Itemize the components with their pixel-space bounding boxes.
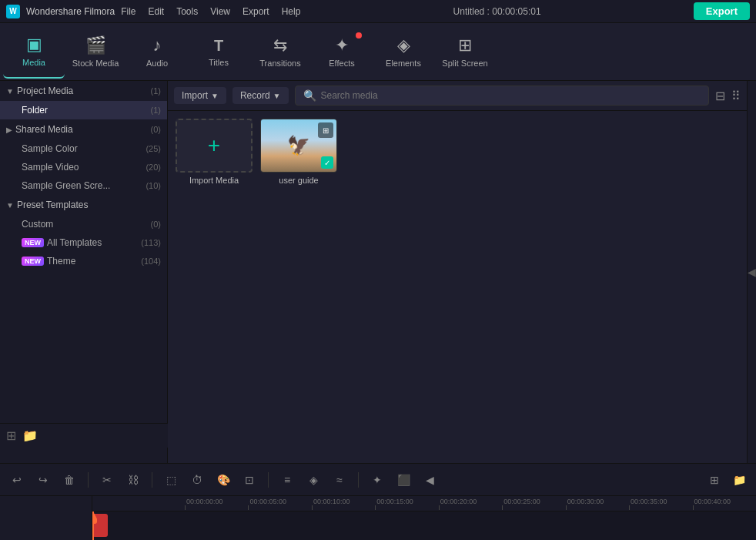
audio-icon: ♪ (153, 35, 162, 55)
main-area: ▼ Project Media (1) Folder (1) ▶ Shared … (0, 81, 756, 463)
media-icon: ▣ (26, 35, 42, 55)
audio-label: Audio (146, 59, 168, 68)
import-button[interactable]: Import ▼ (174, 87, 226, 104)
playhead (92, 511, 94, 540)
shared-media-label: Shared Media (15, 124, 73, 135)
split-screen-icon: ⊞ (458, 35, 472, 55)
sidebar-section-preset-templates[interactable]: ▼ Preset Templates (0, 195, 167, 215)
sidebar-section-shared-media[interactable]: ▶ Shared Media (0) (0, 119, 167, 139)
menu-view[interactable]: View (210, 6, 230, 17)
camera-button[interactable]: ⬛ (393, 469, 414, 491)
preset-templates-arrow: ▼ (6, 201, 14, 210)
grid-view-icon[interactable]: ⠿ (731, 89, 741, 103)
transitions-icon: ⇆ (273, 35, 287, 55)
sidebar-item-sample-color[interactable]: Sample Color (25) (0, 139, 167, 158)
redo-button[interactable]: ↪ (32, 469, 54, 491)
ruler-mark: 00:00:20:00 (439, 498, 502, 510)
motion-blur-button[interactable]: ≈ (329, 469, 350, 491)
ruler-line (185, 505, 186, 510)
effects-icon: ✦ (335, 35, 349, 55)
toolbar-titles[interactable]: T Titles (188, 25, 249, 79)
timeline-track-content[interactable] (92, 511, 756, 540)
title-bar-left: W Wondershare Filmora File Edit Tools Vi… (6, 5, 300, 18)
collapse-handle[interactable]: ◀ (747, 81, 756, 463)
record-label: Record (240, 90, 270, 101)
folder-icon[interactable]: 📁 (22, 428, 38, 443)
custom-count: (0) (151, 220, 161, 229)
user-guide-label: user guide (279, 176, 318, 185)
add-track-button[interactable]: ⊞ (704, 469, 725, 491)
menu-export[interactable]: Export (243, 6, 269, 17)
record-button[interactable]: Record ▼ (232, 87, 289, 104)
toolbar-audio[interactable]: ♪ Audio (126, 25, 188, 79)
plus-icon: + (208, 133, 220, 158)
media-label: Media (22, 58, 45, 67)
sample-green-screen-label: Sample Green Scre... (22, 180, 110, 191)
crop-button[interactable]: ⬚ (160, 469, 182, 491)
ruler-mark: 00:00:40:00 (693, 498, 756, 510)
export-button[interactable]: Export (694, 2, 750, 20)
menu-file[interactable]: File (121, 6, 135, 17)
sample-color-count: (25) (146, 144, 161, 153)
ruler-mark: 00:00:25:00 (502, 498, 565, 510)
add-folder-icon[interactable]: ⊞ (6, 428, 16, 443)
stabilize-button[interactable]: ⊡ (239, 469, 260, 491)
delete-button[interactable]: 🗑 (59, 469, 80, 491)
toolbar-media[interactable]: ▣ Media (3, 25, 65, 79)
ruler-label: 00:00:10:00 (312, 498, 350, 505)
toolbar-elements[interactable]: ◈ Elements (373, 25, 434, 79)
sidebar-item-all-templates[interactable]: NEW All Templates (113) (0, 233, 167, 252)
folder-label: Folder (22, 105, 48, 116)
toolbar-effects[interactable]: ✦ Effects (311, 25, 373, 79)
sidebar-item-folder[interactable]: Folder (1) (0, 101, 167, 119)
menu-edit[interactable]: Edit (149, 6, 165, 17)
sidebar-item-sample-green-screen[interactable]: Sample Green Scre... (10) (0, 176, 167, 195)
project-media-label: Project Media (17, 86, 73, 96)
sidebar-item-sample-video[interactable]: Sample Video (20) (0, 158, 167, 176)
ruler-mark: 00:00:15:00 (375, 498, 438, 510)
shared-media-arrow: ▶ (6, 126, 12, 134)
unlink-button[interactable]: ⛓ (122, 469, 144, 491)
search-input[interactable] (321, 90, 701, 101)
track-folder-button[interactable]: 📁 (728, 469, 750, 491)
all-templates-label: All Templates (47, 237, 102, 248)
search-box: 🔍 (295, 86, 709, 106)
app-logo: W (6, 5, 20, 18)
sidebar-item-theme[interactable]: NEW Theme (104) (0, 252, 167, 270)
transform-button[interactable]: ◈ (303, 469, 324, 491)
content-toolbar: Import ▼ Record ▼ 🔍 ⊟ ⠿ (168, 81, 747, 111)
sample-color-label: Sample Color (22, 143, 78, 154)
speed-button[interactable]: ⏱ (186, 469, 208, 491)
ruler-mark: 00:00:10:00 (312, 498, 375, 510)
ruler-mark: 00:00:30:00 (566, 498, 629, 510)
toolbar-transitions[interactable]: ⇆ Transitions (249, 25, 311, 79)
theme-label: Theme (47, 256, 75, 267)
menu-help[interactable]: Help (282, 6, 301, 17)
filter-icon[interactable]: ⊟ (715, 89, 725, 103)
undo-button[interactable]: ↩ (6, 469, 28, 491)
cut-button[interactable]: ✂ (96, 469, 118, 491)
sidebar-section-project-media[interactable]: ▼ Project Media (1) (0, 81, 167, 101)
app-name: Wondershare Filmora (26, 6, 115, 17)
video-grid-icon: ⊞ (318, 122, 333, 138)
keyframe-button[interactable]: ◀ (419, 469, 440, 491)
ruler-mark: 00:00:05:00 (248, 498, 311, 510)
toolbar-split-screen[interactable]: ⊞ Split Screen (434, 25, 496, 79)
color-button[interactable]: 🎨 (212, 469, 234, 491)
ruler-mark: 00:00:00:00 (185, 498, 248, 510)
media-item-import[interactable]: + Import Media (176, 119, 253, 185)
audio-mixer-button[interactable]: ≡ (276, 469, 298, 491)
menu-tools[interactable]: Tools (176, 6, 198, 17)
preset-templates-label: Preset Templates (17, 200, 89, 210)
toolbar-sep-1 (88, 472, 89, 488)
import-dropdown-icon: ▼ (211, 92, 219, 100)
menu-bar: File Edit Tools View Export Help (121, 6, 300, 17)
sidebar-item-custom[interactable]: Custom (0) (0, 215, 167, 233)
media-item-user-guide[interactable]: 🦅 ⊞ ✓ user guide (260, 119, 337, 185)
transitions-label: Transitions (259, 59, 300, 68)
toolbar-stock-media[interactable]: 🎬 Stock Media (65, 25, 126, 79)
ai-tools-button[interactable]: ✦ (366, 469, 388, 491)
timeline-toolbar: ↩ ↪ 🗑 ✂ ⛓ ⬚ ⏱ 🎨 ⊡ ≡ ◈ ≈ ✦ ⬛ ◀ ⊞ 📁 (0, 464, 756, 496)
all-templates-count: (113) (141, 238, 161, 247)
project-media-count: (1) (151, 86, 161, 96)
